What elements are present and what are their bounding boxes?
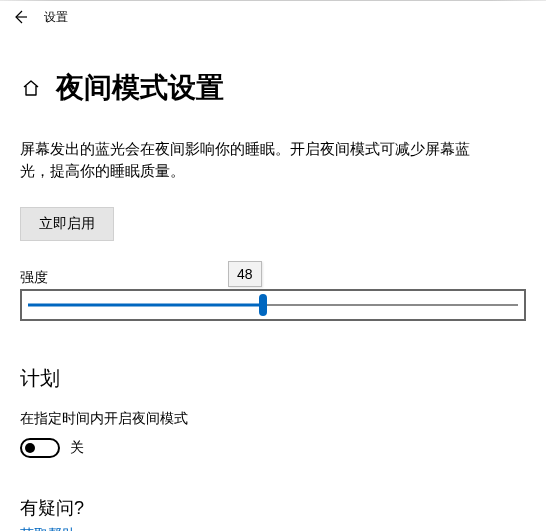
back-button[interactable]: [6, 9, 34, 25]
get-help-link[interactable]: 获取帮助: [20, 526, 526, 532]
help-heading: 有疑问?: [20, 496, 526, 520]
enable-now-button[interactable]: 立即启用: [20, 207, 114, 241]
home-icon: [21, 78, 41, 98]
slider-thumb[interactable]: [259, 294, 267, 316]
toggle-state-label: 关: [70, 439, 84, 457]
window-title: 设置: [44, 9, 68, 26]
page-description: 屏幕发出的蓝光会在夜间影响你的睡眠。开启夜间模式可减少屏幕蓝光，提高你的睡眠质量…: [20, 139, 480, 183]
title-bar: 设置: [0, 1, 546, 33]
arrow-left-icon: [12, 9, 28, 25]
strength-slider[interactable]: [20, 289, 526, 321]
home-button[interactable]: [20, 77, 42, 99]
page-heading: 夜间模式设置: [56, 69, 224, 107]
toggle-knob: [25, 443, 35, 453]
schedule-description: 在指定时间内开启夜间模式: [20, 410, 526, 428]
schedule-heading: 计划: [20, 365, 526, 392]
slider-label: 强度: [20, 269, 526, 287]
schedule-toggle[interactable]: [20, 438, 60, 458]
slider-track-fill: [28, 303, 263, 306]
slider-value-tooltip: 48: [228, 261, 262, 287]
